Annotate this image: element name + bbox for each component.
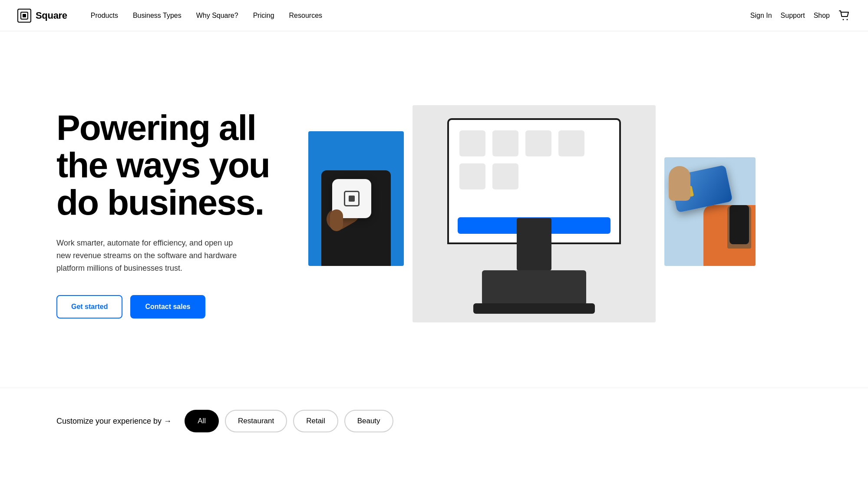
hero-image-card-tap <box>664 157 756 266</box>
phone-device <box>729 205 749 244</box>
hero-section: Powering all the ways you do business. W… <box>0 31 868 388</box>
hand-fingers <box>330 209 343 231</box>
pos-base <box>482 270 586 305</box>
cart-svg <box>838 10 851 22</box>
hero-image-pos <box>413 105 656 322</box>
filter-all[interactable]: All <box>185 410 219 432</box>
pos-item-5 <box>459 163 485 189</box>
logo-text: Square <box>36 10 67 21</box>
pos-screen-content <box>458 129 611 191</box>
pos-item-1 <box>459 130 485 156</box>
hero-content: Powering all the ways you do business. W… <box>56 109 282 319</box>
pos-item-2 <box>492 130 518 156</box>
get-started-button[interactable]: Get started <box>56 295 122 319</box>
navbar: Square Products Business Types Why Squar… <box>0 0 868 31</box>
shop-link[interactable]: Shop <box>814 12 830 20</box>
card-holding-hand <box>669 166 690 201</box>
svg-point-3 <box>847 19 848 20</box>
square-logo-icon <box>17 9 31 23</box>
svg-rect-1 <box>23 14 26 17</box>
nav-link-why-square[interactable]: Why Square? <box>190 8 244 23</box>
svg-point-2 <box>843 19 844 20</box>
phone-hand <box>727 205 751 249</box>
pos-item-6 <box>492 163 518 189</box>
cart-icon[interactable] <box>838 10 851 22</box>
reader-logo-inner <box>349 196 355 202</box>
nav-link-pricing[interactable]: Pricing <box>247 8 281 23</box>
reader-logo <box>344 191 360 206</box>
hero-title: Powering all the ways you do business. <box>56 109 282 221</box>
support-link[interactable]: Support <box>781 12 805 20</box>
filter-beauty[interactable]: Beauty <box>344 410 393 432</box>
reader-image-content <box>308 131 404 266</box>
nav-links: Products Business Types Why Square? Pric… <box>85 8 328 23</box>
customize-pills: All Restaurant Retail Beauty <box>185 410 393 432</box>
logo[interactable]: Square <box>17 9 67 23</box>
pos-foot <box>473 303 595 314</box>
contact-sales-button[interactable]: Contact sales <box>130 295 205 319</box>
nav-link-products[interactable]: Products <box>85 8 124 23</box>
filter-retail[interactable]: Retail <box>293 410 338 432</box>
pos-neck <box>517 218 551 270</box>
navbar-left: Square Products Business Types Why Squar… <box>17 8 328 23</box>
nav-link-business-types[interactable]: Business Types <box>127 8 188 23</box>
pos-item-4 <box>558 130 584 156</box>
customize-section: Customize your experience by → All Resta… <box>0 388 868 454</box>
hero-image-reader <box>308 131 404 266</box>
hero-buttons: Get started Contact sales <box>56 295 282 319</box>
hero-subtitle: Work smarter, automate for efficiency, a… <box>56 237 248 274</box>
filter-restaurant[interactable]: Restaurant <box>225 410 287 432</box>
nav-link-resources[interactable]: Resources <box>283 8 328 23</box>
pos-item-3 <box>525 130 551 156</box>
square-logo-svg <box>20 12 28 20</box>
hero-images <box>308 105 833 322</box>
pos-image-content <box>413 105 656 322</box>
sign-in-link[interactable]: Sign In <box>750 12 772 20</box>
card-tap-content <box>664 157 756 266</box>
navbar-right: Sign In Support Shop <box>750 10 851 22</box>
customize-label: Customize your experience by → <box>56 417 172 426</box>
